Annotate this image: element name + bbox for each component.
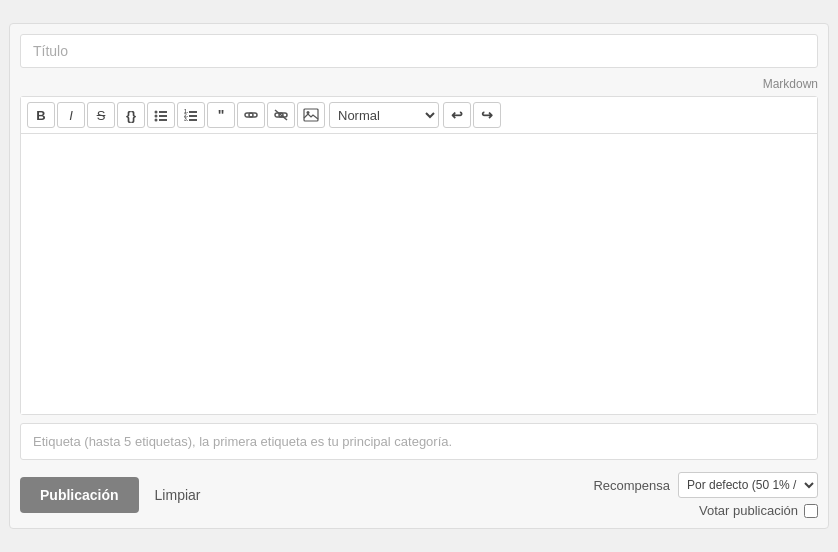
image-button[interactable]: [297, 102, 325, 128]
svg-rect-3: [159, 115, 167, 117]
svg-text:3.: 3.: [184, 116, 189, 122]
svg-rect-5: [159, 119, 167, 121]
reward-row: Recompensa Por defecto (50 1% / 50 1% 10…: [593, 472, 818, 498]
vote-checkbox[interactable]: [804, 504, 818, 518]
svg-point-2: [155, 115, 158, 118]
vote-row: Votar publicación: [699, 503, 818, 518]
link-button[interactable]: [237, 102, 265, 128]
heading-select[interactable]: Normal H1 H2 H3 H4 H5 H6: [329, 102, 439, 128]
editor-content-area[interactable]: [21, 134, 817, 414]
reward-select[interactable]: Por defecto (50 1% / 50 1% 100% Power Up…: [678, 472, 818, 498]
unlink-icon: [273, 108, 289, 122]
svg-rect-9: [189, 115, 197, 117]
svg-rect-13: [304, 109, 318, 121]
bottom-bar: Publicación Limpiar Recompensa Por defec…: [20, 472, 818, 518]
quote-button[interactable]: ": [207, 102, 235, 128]
svg-rect-1: [159, 111, 167, 113]
editor-toolbar: B I S {} 1. 2.: [21, 97, 817, 134]
svg-line-12: [275, 110, 287, 120]
markdown-label-row: Markdown: [20, 74, 818, 92]
editor-wrapper: B I S {} 1. 2.: [20, 96, 818, 415]
bottom-left-actions: Publicación Limpiar: [20, 477, 200, 513]
clear-button[interactable]: Limpiar: [155, 487, 201, 503]
undo-button[interactable]: ↩: [443, 102, 471, 128]
markdown-label: Markdown: [763, 77, 818, 91]
reward-label: Recompensa: [593, 478, 670, 493]
ordered-list-icon: 1. 2. 3.: [184, 108, 198, 122]
unordered-list-button[interactable]: [147, 102, 175, 128]
unordered-list-icon: [154, 108, 168, 122]
svg-point-4: [155, 119, 158, 122]
redo-button[interactable]: ↪: [473, 102, 501, 128]
code-button[interactable]: {}: [117, 102, 145, 128]
tags-input[interactable]: [20, 423, 818, 460]
ordered-list-button[interactable]: 1. 2. 3.: [177, 102, 205, 128]
svg-rect-7: [189, 111, 197, 113]
bottom-right-settings: Recompensa Por defecto (50 1% / 50 1% 10…: [593, 472, 818, 518]
italic-button[interactable]: I: [57, 102, 85, 128]
title-input[interactable]: [20, 34, 818, 68]
vote-label: Votar publicación: [699, 503, 798, 518]
bold-button[interactable]: B: [27, 102, 55, 128]
link-icon: [243, 108, 259, 122]
svg-rect-11: [189, 119, 197, 121]
post-editor: Markdown B I S {} 1.: [9, 23, 829, 529]
svg-point-0: [155, 111, 158, 114]
unlink-button[interactable]: [267, 102, 295, 128]
strike-button[interactable]: S: [87, 102, 115, 128]
publish-button[interactable]: Publicación: [20, 477, 139, 513]
image-icon: [303, 108, 319, 122]
